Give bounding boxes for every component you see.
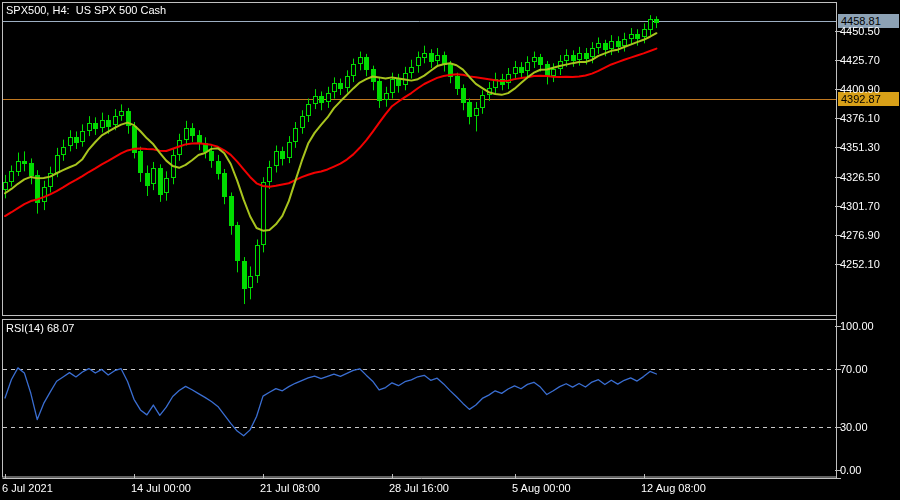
rsi-scale-label: 30.00 (840, 421, 868, 433)
rsi-panel[interactable] (3, 320, 836, 477)
time-axis-label: 21 Jul 08:00 (260, 482, 320, 494)
time-axis-label: 12 Aug 08:00 (641, 482, 706, 494)
time-axis-label: 28 Jul 16:00 (389, 482, 449, 494)
price-axis-label: 4276.90 (840, 229, 880, 241)
price-axis-label: 4351.30 (840, 141, 880, 153)
rsi-scale-label: 100.00 (840, 320, 874, 332)
time-axis-label: 14 Jul 00:00 (131, 482, 191, 494)
price-axis-label: 4301.70 (840, 200, 880, 212)
rsi-indicator-label: RSI(14) 68.07 (6, 322, 74, 334)
rsi-scale-label: 70.00 (840, 363, 868, 375)
price-axis-label: 4425.70 (840, 54, 880, 66)
main-chart-panel[interactable] (3, 3, 836, 315)
chart-overlay: SPX500, H4: US SPX 500 Cash RSI(14) 68.0… (0, 0, 900, 500)
price-axis-label: 4400.90 (840, 83, 880, 95)
price-axis-label: 4252.10 (840, 258, 880, 270)
chart-title: SPX500, H4: US SPX 500 Cash (6, 4, 166, 16)
time-axis-label: 6 Jul 2021 (2, 482, 53, 494)
price-axis-label: 4376.10 (840, 112, 880, 124)
chart-window: SPX500, H4: US SPX 500 Cash RSI(14) 68.0… (0, 0, 900, 500)
price-axis-label: 4326.50 (840, 171, 880, 183)
time-axis-label: 5 Aug 00:00 (512, 482, 571, 494)
rsi-scale-label: 0.00 (840, 464, 861, 476)
price-axis-label: 4450.50 (840, 25, 880, 37)
